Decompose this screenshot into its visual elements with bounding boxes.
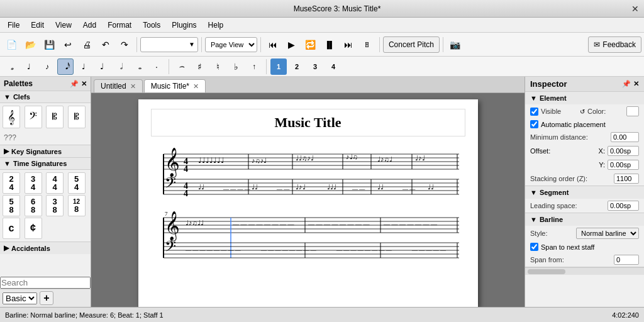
barline-section: ▼ Barline Style: Normal barline Span to … <box>525 213 644 267</box>
note-input-btn[interactable]: 𝅗 <box>3 58 19 75</box>
close-btn[interactable]: ✕ <box>631 4 639 14</box>
concert-pitch-button[interactable]: Concert Pitch <box>383 36 440 53</box>
menu-view[interactable]: View <box>50 19 77 31</box>
note-half-btn[interactable]: 𝅗𝅥 <box>112 58 128 75</box>
time-3-8-cell[interactable]: 38 <box>46 195 64 216</box>
note-32nd-btn[interactable]: ♪ <box>39 58 55 75</box>
add-palette-button[interactable]: + <box>40 291 53 305</box>
menu-plugins[interactable]: Plugins <box>167 19 201 31</box>
time-cut-cell[interactable]: ¢ <box>25 218 42 239</box>
open-button[interactable]: 📂 <box>21 36 39 53</box>
end-button[interactable]: ⏭ <box>340 36 357 53</box>
palette-search-input[interactable] <box>0 277 91 289</box>
time-5-4-cell[interactable]: 54 <box>68 172 86 194</box>
barline-section-header[interactable]: ▼ Barline <box>525 213 644 226</box>
voice-4-btn[interactable]: 4 <box>325 58 341 75</box>
tab-untitled[interactable]: Untitled ✕ <box>94 79 143 92</box>
menu-tools[interactable]: Tools <box>138 19 165 31</box>
feedback-button[interactable]: ✉ Feedback <box>588 36 641 53</box>
menu-file[interactable]: File <box>3 19 25 31</box>
zoom-dropdown-icon[interactable]: ▼ <box>189 41 195 48</box>
zoom-control[interactable]: 84.6667% ▼ <box>140 37 198 52</box>
print-button[interactable]: 🖨 <box>78 36 96 53</box>
loop-button[interactable]: 🔁 <box>302 36 319 53</box>
key-sig-arrow-icon: ▶ <box>4 147 9 155</box>
undo-save-button[interactable]: ↩ <box>59 36 77 53</box>
toggle-button[interactable]: ▐▌ <box>321 36 338 53</box>
span-from-input[interactable] <box>614 255 639 265</box>
accidentals-section-header[interactable]: ▶ Accidentals <box>0 242 91 254</box>
svg-text:♩♩♫♪♩: ♩♩♫♪♩ <box>296 154 314 162</box>
element-section-header[interactable]: ▼ Element <box>525 92 644 104</box>
visible-checkbox[interactable] <box>530 108 538 116</box>
separator-1 <box>136 37 137 52</box>
time-4-4-cell[interactable]: 44 <box>46 172 64 194</box>
stacking-input[interactable] <box>614 174 639 184</box>
time-6-8-cell[interactable]: 68 <box>25 195 42 216</box>
tab-music-title-close[interactable]: ✕ <box>193 82 199 91</box>
undo-button[interactable]: ↶ <box>97 36 114 53</box>
alto-clef-cell[interactable]: 𝄡 <box>46 106 64 128</box>
key-signatures-section-header[interactable]: ▶ Key Signatures <box>0 145 91 158</box>
inspector-scrollbar[interactable] <box>525 267 644 275</box>
barline-style-select[interactable]: Normal barline <box>576 228 639 239</box>
bass-clef-cell[interactable]: 𝄢 <box>25 106 42 128</box>
view-mode-select[interactable]: Page View <box>205 37 257 52</box>
min-distance-input[interactable] <box>611 132 639 142</box>
palette-header: Palettes 📌 ✕ <box>0 77 91 91</box>
menu-help[interactable]: Help <box>203 19 229 31</box>
note-16th-btn[interactable]: 𝅘𝅥𝅯 <box>57 58 74 75</box>
menu-edit[interactable]: Edit <box>26 19 49 31</box>
barline-collapse-icon: ▼ <box>530 216 537 223</box>
mixer-button[interactable]: 🎚 <box>358 36 376 53</box>
note-64th-btn[interactable]: ♩ <box>21 58 37 75</box>
time-3-4-cell[interactable]: 34 <box>25 172 42 194</box>
note-quarter-btn[interactable]: ♩ <box>94 58 110 75</box>
note-up-btn[interactable]: ↑ <box>246 58 262 75</box>
min-distance-row: Minimum distance: <box>525 130 644 144</box>
auto-placement-checkbox[interactable] <box>530 120 538 128</box>
note-natural-btn[interactable]: ♮ <box>209 58 226 75</box>
segment-section-header[interactable]: ▼ Segment <box>525 186 644 199</box>
tab-untitled-close[interactable]: ✕ <box>130 82 136 91</box>
voice-3-btn[interactable]: 3 <box>307 58 323 75</box>
note-whole-btn[interactable]: 𝅝 <box>130 58 147 75</box>
voice-1-btn[interactable]: 1 <box>270 58 287 75</box>
offset-y-input[interactable] <box>608 160 639 170</box>
menu-format[interactable]: Format <box>103 19 136 31</box>
redo-button[interactable]: ↷ <box>116 36 133 53</box>
note-8th-btn[interactable]: ♩ <box>75 58 92 75</box>
treble-clef-cell[interactable]: 𝄞 <box>3 106 20 128</box>
rewind-start-button[interactable]: ⏮ <box>264 36 282 53</box>
palette-close-icon[interactable]: ✕ <box>81 80 87 88</box>
time-5-8-cell[interactable]: 58 <box>3 195 20 216</box>
menu-add[interactable]: Add <box>78 19 101 31</box>
note-sharp-btn[interactable]: ♯ <box>191 58 208 75</box>
palette-mode-select[interactable]: Basic <box>3 292 37 304</box>
color-swatch[interactable] <box>626 106 639 116</box>
score-canvas[interactable]: Music Title 𝄞 4 4 <box>91 93 525 307</box>
clefs-section-header[interactable]: ▼ Clefs <box>0 91 91 103</box>
offset-x-input[interactable] <box>608 146 639 156</box>
note-tie-btn[interactable]: ⌢ <box>173 58 189 75</box>
save-button[interactable]: 💾 <box>40 36 58 53</box>
leading-space-input[interactable] <box>608 201 639 211</box>
zoom-input[interactable]: 84.6667% <box>143 41 187 48</box>
time-2-4-cell[interactable]: 24 <box>3 172 20 194</box>
tab-music-title[interactable]: Music Title* ✕ <box>144 79 206 92</box>
camera-button[interactable]: 📷 <box>447 36 464 53</box>
new-button[interactable]: 📄 <box>3 36 20 53</box>
palette-pin-icon[interactable]: 📌 <box>70 80 79 88</box>
time-common-cell[interactable]: c <box>3 218 20 239</box>
play-button[interactable]: ▶ <box>283 36 301 53</box>
svg-text:♩♩: ♩♩ <box>198 183 204 191</box>
span-next-staff-checkbox[interactable] <box>530 243 538 251</box>
time-signatures-section-header[interactable]: ▼ Time Signatures <box>0 158 91 170</box>
tenor-clef-cell[interactable]: 𝄡 <box>68 106 86 128</box>
inspector-close-icon[interactable]: ✕ <box>633 80 639 88</box>
time-12-8-cell[interactable]: 128 <box>68 195 86 216</box>
inspector-pin-icon[interactable]: 📌 <box>622 80 631 88</box>
note-flat-btn[interactable]: ♭ <box>228 58 244 75</box>
voice-2-btn[interactable]: 2 <box>289 58 305 75</box>
note-dot-btn[interactable]: · <box>148 58 165 75</box>
